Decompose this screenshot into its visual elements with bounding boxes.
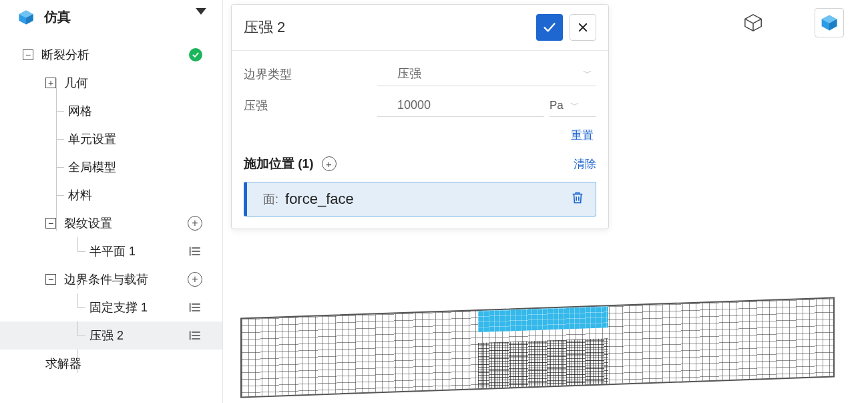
sidebar-collapse-icon[interactable] bbox=[196, 7, 206, 19]
pressure-value: 10000 bbox=[377, 98, 544, 112]
tree-label: 断裂分析 bbox=[41, 47, 89, 63]
tree-label: 全局模型 bbox=[68, 159, 116, 175]
mesh-model bbox=[240, 297, 835, 398]
list-icon[interactable] bbox=[189, 301, 202, 314]
properties-panel: 压强 2 边界类型 压强 ﹀ 压强 10000 Pa ﹀ 重置 bbox=[231, 4, 609, 229]
pressure-unit: Pa bbox=[550, 99, 564, 112]
chevron-down-icon: ﹀ bbox=[583, 68, 596, 80]
tree-item-geometry[interactable]: + 几何 bbox=[0, 69, 222, 97]
pressure-unit-select[interactable]: Pa ﹀ bbox=[550, 95, 596, 117]
tree-label: 边界条件与载荷 bbox=[64, 271, 148, 287]
sidebar-header: 仿真 bbox=[0, 0, 222, 38]
assignment-item[interactable]: 面: force_face bbox=[244, 182, 596, 217]
pressure-input[interactable]: 10000 bbox=[377, 94, 544, 117]
tree-item-material[interactable]: 材料 bbox=[0, 181, 222, 209]
sidebar-title: 仿真 bbox=[44, 8, 71, 26]
viewport-3d[interactable] bbox=[231, 254, 868, 403]
boundary-type-select[interactable]: 压强 ﹀ bbox=[377, 61, 596, 86]
view-cube-shaded-icon[interactable] bbox=[815, 8, 844, 37]
simulation-tree: − 断裂分析 + 几何 网格 单元设置 全局模型 材料 − 裂纹设置 + 半平 bbox=[0, 38, 222, 380]
tree-label: 网格 bbox=[68, 103, 92, 119]
tree-label: 材料 bbox=[68, 187, 92, 203]
assignment-face-name: force_face bbox=[285, 190, 570, 208]
assignment-section-title: 施加位置 (1) bbox=[244, 155, 314, 172]
list-icon[interactable] bbox=[189, 329, 202, 342]
add-button[interactable]: + bbox=[188, 272, 202, 287]
list-icon[interactable] bbox=[189, 245, 202, 258]
tree-item-fixed-support-1[interactable]: 固定支撑 1 bbox=[0, 293, 222, 321]
assignment-section-header: 施加位置 (1) + 清除 bbox=[244, 155, 596, 172]
tree-label: 压强 2 bbox=[89, 327, 124, 344]
tree-item-solver[interactable]: 求解器 bbox=[0, 350, 222, 378]
tree-label: 求解器 bbox=[45, 356, 81, 372]
add-button[interactable]: + bbox=[188, 216, 202, 231]
tree-label: 裂纹设置 bbox=[64, 215, 112, 231]
mesh-refined-region bbox=[478, 338, 608, 388]
tree-item-element-settings[interactable]: 单元设置 bbox=[0, 125, 222, 153]
panel-header: 压强 2 bbox=[232, 5, 608, 51]
accept-button[interactable] bbox=[536, 14, 563, 41]
tree-item-boundary-conditions[interactable]: − 边界条件与载荷 + bbox=[0, 265, 222, 293]
app-logo-icon bbox=[17, 9, 35, 26]
collapse-icon[interactable]: − bbox=[45, 274, 56, 285]
status-ok-icon bbox=[189, 48, 202, 61]
collapse-icon[interactable]: − bbox=[45, 218, 56, 229]
chevron-down-icon: ﹀ bbox=[570, 100, 584, 112]
expand-icon[interactable]: + bbox=[45, 78, 56, 88]
reset-link[interactable]: 重置 bbox=[571, 129, 594, 142]
tree-item-mesh[interactable]: 网格 bbox=[0, 97, 222, 125]
tree-item-crack-settings[interactable]: − 裂纹设置 + bbox=[0, 209, 222, 237]
panel-title: 压强 2 bbox=[244, 17, 536, 37]
boundary-type-label: 边界类型 bbox=[244, 66, 377, 82]
pressure-label: 压强 bbox=[244, 98, 377, 114]
mesh-selected-face bbox=[478, 306, 608, 332]
boundary-type-value: 压强 bbox=[377, 65, 583, 82]
tree-item-global-model[interactable]: 全局模型 bbox=[0, 153, 222, 181]
tree-item-pressure-2[interactable]: 压强 2 bbox=[0, 321, 222, 350]
view-cube-wireframe-icon[interactable] bbox=[738, 8, 768, 37]
tree-label: 单元设置 bbox=[68, 131, 116, 147]
boundary-type-row: 边界类型 压强 ﹀ bbox=[244, 61, 596, 86]
tree-label: 固定支撑 1 bbox=[89, 299, 148, 315]
assignment-prefix: 面: bbox=[263, 191, 278, 207]
tree-item-halfplane-1[interactable]: 半平面 1 bbox=[0, 237, 222, 265]
tree-label: 几何 bbox=[64, 75, 88, 91]
delete-assignment-button[interactable] bbox=[570, 190, 585, 208]
add-assignment-button[interactable]: + bbox=[322, 156, 337, 171]
pressure-row: 压强 10000 Pa ﹀ bbox=[244, 94, 596, 117]
tree-label: 半平面 1 bbox=[89, 243, 136, 259]
sidebar: 仿真 − 断裂分析 + 几何 网格 单元设置 全局模型 bbox=[0, 0, 223, 403]
collapse-icon[interactable]: − bbox=[23, 49, 33, 60]
clear-assignments-link[interactable]: 清除 bbox=[574, 156, 596, 172]
tree-item-fracture-analysis[interactable]: − 断裂分析 bbox=[0, 41, 222, 69]
svg-marker-3 bbox=[196, 8, 206, 15]
cancel-button[interactable] bbox=[570, 14, 596, 41]
